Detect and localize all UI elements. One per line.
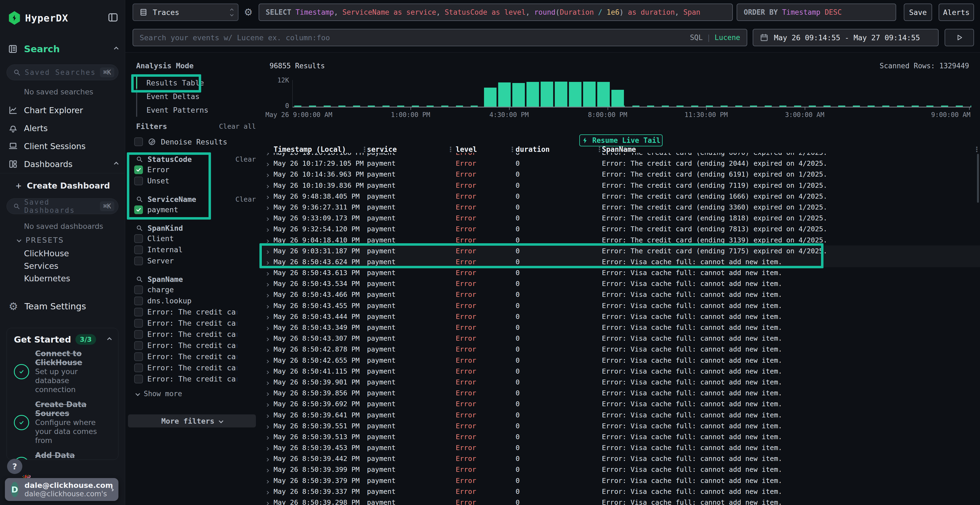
table-row[interactable]: May 26 8:50:39.513 PM payment Error 0 Er… (263, 431, 980, 442)
row-expand-chevron[interactable] (266, 477, 269, 484)
sidebar-item-team-settings[interactable]: ⚙ Team Settings (0, 298, 125, 314)
table-row[interactable]: May 26 8:50:43.307 PM payment Error 0 Er… (263, 333, 980, 344)
row-expand-chevron[interactable] (266, 389, 269, 397)
analysis-mode-option[interactable]: Event Patterns (137, 103, 256, 117)
filter-option[interactable]: Error: The credit card … (125, 362, 256, 373)
filter-option[interactable]: Error: The credit card … (125, 351, 256, 362)
row-expand-chevron[interactable] (266, 422, 269, 430)
table-row[interactable]: May 26 10:14:36.963 PM payment Error 0 E… (263, 169, 980, 179)
sidebar-item-dashboards[interactable]: Dashboards (0, 155, 125, 173)
row-expand-chevron[interactable] (266, 455, 269, 462)
checkbox[interactable] (134, 375, 143, 383)
row-expand-chevron[interactable] (266, 411, 269, 419)
row-expand-chevron[interactable] (266, 203, 269, 211)
filter-option[interactable]: Error: The credit card … (125, 329, 256, 340)
chevron-up-icon[interactable] (107, 337, 112, 342)
table-row[interactable]: May 26 8:50:43.455 PM payment Error 0 Er… (263, 300, 980, 311)
checkbox[interactable] (134, 257, 143, 265)
row-expand-chevron[interactable] (266, 258, 269, 266)
checkbox[interactable] (134, 364, 143, 372)
row-expand-chevron[interactable] (266, 269, 269, 277)
run-query-button[interactable] (945, 29, 974, 46)
table-row[interactable]: May 26 8:50:39.856 PM payment Error 0 Er… (263, 387, 980, 399)
row-expand-chevron[interactable] (266, 378, 269, 386)
row-expand-chevron[interactable] (266, 367, 269, 375)
presets-toggle[interactable]: PRESETS (18, 235, 64, 245)
table-row[interactable]: May 26 8:50:43.624 PM payment Error 0 Er… (263, 256, 980, 267)
table-row[interactable]: May 26 8:50:39.379 PM payment Error 0 Er… (263, 475, 980, 486)
table-row[interactable]: May 26 9:32:54.120 PM payment Error 0 Er… (263, 223, 980, 234)
user-account-menu[interactable]: D dale@clickhouse.com dale@clickhouse.co… (5, 478, 118, 501)
table-row[interactable]: May 26 8:50:43.466 PM payment Error 0 Er… (263, 289, 980, 300)
checkbox[interactable] (134, 297, 143, 305)
row-expand-chevron[interactable] (266, 159, 269, 167)
create-dashboard-button[interactable]: + Create Dashboard (0, 178, 125, 193)
source-settings-gear-icon[interactable]: ⚙ (244, 6, 253, 18)
table-row[interactable]: May 26 8:50:43.444 PM payment Error 0 Er… (263, 311, 980, 322)
table-row[interactable]: May 26 8:50:39.692 PM payment Error 0 Er… (263, 399, 980, 409)
filter-option[interactable]: Client (125, 233, 256, 244)
table-row[interactable]: May 26 10:10:39.836 PM payment Error 0 E… (263, 180, 980, 191)
saved-searches-input[interactable]: Saved Searches ⌘K (6, 65, 118, 80)
filter-option[interactable]: dns.lookup (125, 295, 256, 306)
filter-option[interactable]: Error: The credit card … (125, 306, 256, 318)
table-row[interactable]: May 26 9:03:31.187 PM payment Error 0 Er… (263, 245, 980, 256)
source-select[interactable]: Traces (132, 3, 239, 21)
table-row[interactable]: May 26 9:33:09.173 PM payment Error 0 Er… (263, 213, 980, 223)
chevron-up-icon[interactable] (114, 47, 119, 51)
row-expand-chevron[interactable] (266, 400, 269, 408)
get-started-step[interactable]: Connect to ClickHouse Set up your databa… (14, 349, 111, 394)
filter-option[interactable]: Server (125, 255, 256, 266)
table-options-icon[interactable]: ⋮ (973, 145, 980, 154)
filter-option[interactable]: charge (125, 284, 256, 295)
row-expand-chevron[interactable] (266, 153, 269, 156)
denoise-results-checkbox[interactable]: Denoise Results (134, 137, 256, 147)
row-expand-chevron[interactable] (266, 302, 269, 310)
checkbox[interactable] (134, 137, 143, 146)
checkbox[interactable] (134, 165, 143, 174)
table-row[interactable]: May 26 8:50:39.901 PM payment Error 0 Er… (263, 376, 980, 387)
sidebar-item-chart-explorer[interactable]: Chart Explorer (0, 101, 125, 119)
table-row[interactable]: May 26 10:17:29.105 PM payment Error 0 E… (263, 158, 980, 169)
row-expand-chevron[interactable] (266, 345, 269, 353)
alerts-button[interactable]: Alerts (939, 3, 974, 21)
checkbox[interactable] (134, 205, 143, 214)
row-expand-chevron[interactable] (266, 488, 269, 495)
table-row[interactable]: May 26 8:50:42.878 PM payment Error 0 Er… (263, 344, 980, 354)
table-row[interactable]: May 26 9:36:27.311 PM payment Error 0 Er… (263, 202, 980, 213)
sql-mode-toggle[interactable]: SQL (690, 33, 703, 41)
column-resize-handle[interactable]: ⋮ (447, 145, 454, 154)
row-expand-chevron[interactable] (266, 214, 269, 222)
column-header-level[interactable]: level (456, 145, 477, 154)
analysis-mode-option[interactable]: Results Table (137, 76, 256, 89)
help-button[interactable]: ? (7, 459, 22, 474)
table-row[interactable]: May 26 8:50:41.115 PM payment Error 0 Er… (263, 366, 980, 376)
sql-select-editor[interactable]: SELECT Timestamp, ServiceName as service… (259, 3, 733, 21)
row-expand-chevron[interactable] (266, 291, 269, 299)
scrollbar-thumb[interactable] (977, 154, 979, 203)
row-expand-chevron[interactable] (266, 444, 269, 452)
table-row[interactable]: May 26 8:50:39.298 PM payment Error 0 Er… (263, 497, 980, 505)
save-button[interactable]: Save (904, 3, 932, 21)
table-row[interactable]: May 26 9:48:38.405 PM payment Error 0 Er… (263, 191, 980, 202)
chevron-up-icon[interactable] (114, 162, 119, 167)
table-row[interactable]: May 26 9:04:18.410 PM payment Error 0 Er… (263, 235, 980, 245)
checkbox[interactable] (134, 319, 143, 327)
filter-option[interactable]: payment (125, 204, 256, 215)
checkbox[interactable] (134, 234, 143, 243)
row-expand-chevron[interactable] (266, 499, 269, 505)
table-row[interactable]: May 26 8:50:43.534 PM payment Error 0 Er… (263, 278, 980, 289)
row-expand-chevron[interactable] (266, 181, 269, 189)
row-expand-chevron[interactable] (266, 280, 269, 287)
date-range-picker[interactable]: May 26 09:14:55 - May 27 09:14:55 (753, 29, 939, 46)
checkbox[interactable] (134, 245, 143, 254)
lucene-mode-toggle[interactable]: Lucene (714, 33, 740, 41)
collapse-sidebar-icon[interactable] (108, 12, 118, 24)
more-filters-button[interactable]: More filters (128, 414, 256, 427)
table-row[interactable]: May 26 8:50:39.641 PM payment Error 0 Er… (263, 410, 980, 420)
row-expand-chevron[interactable] (266, 170, 269, 178)
checkbox[interactable] (134, 176, 143, 185)
filter-option[interactable]: Internal (125, 244, 256, 255)
row-expand-chevron[interactable] (266, 225, 269, 233)
preset-dashboard-link[interactable]: Services (0, 260, 125, 272)
